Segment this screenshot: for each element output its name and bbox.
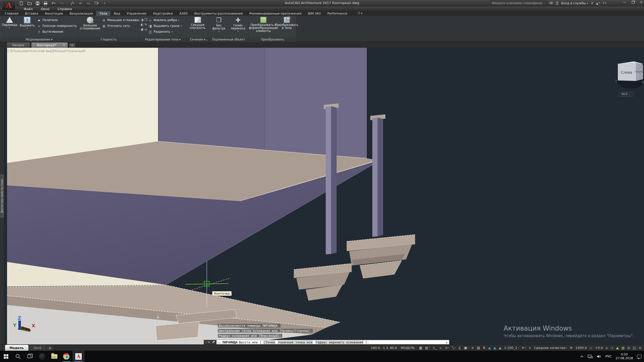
panel-title-section[interactable]: Сечение ▾ bbox=[187, 37, 208, 42]
exchange-icon[interactable]: X bbox=[591, 1, 593, 5]
file-tab-start[interactable]: Начало bbox=[7, 42, 30, 48]
snap-icon[interactable]: ▥▾ bbox=[424, 346, 430, 350]
selection-cycling-icon[interactable]: ⇅ bbox=[482, 346, 486, 350]
annotation-autoscale-icon[interactable]: ▲ bbox=[493, 346, 497, 350]
crease-none-icon[interactable]: ◑ bbox=[141, 18, 143, 22]
annotation-settings-icon[interactable]: ✳▾ bbox=[521, 346, 526, 350]
dialog-launcher-icon[interactable]: ↘ bbox=[206, 39, 208, 41]
add-scales-icon[interactable]: + bbox=[528, 346, 532, 350]
viewcube[interactable]: З В Слева Спереди bbox=[615, 61, 644, 89]
minimize-button[interactable]: — bbox=[623, 1, 626, 4]
command-option-1[interactable]: Конечная точка оси bbox=[277, 340, 313, 344]
command-close-icon[interactable]: ✕ bbox=[208, 341, 210, 344]
model-space-button[interactable]: МОДЕЛЬ bbox=[401, 346, 415, 350]
start-button[interactable] bbox=[0, 351, 12, 362]
restore-button[interactable] bbox=[632, 1, 634, 4]
app-menu-button[interactable]: A bbox=[2, 1, 16, 11]
file-tab-document[interactable]: Конторка2*✕ bbox=[31, 42, 68, 48]
command-input[interactable]: △▾ ПИРАМИДА Высота или [ 2Точки Конечная… bbox=[216, 340, 449, 344]
workspace-icon[interactable]: ⌂ bbox=[605, 346, 608, 350]
crease-full-icon[interactable]: ◉ bbox=[141, 27, 143, 31]
layout-tab-add[interactable]: + bbox=[47, 346, 53, 351]
command-option-2[interactable]: Радиус верхнего основания bbox=[315, 340, 364, 344]
viewport-controls-label[interactable]: [-][Пользовательский вид][Концептуальный… bbox=[8, 49, 85, 53]
menu-Справка[interactable]: Справка bbox=[53, 7, 76, 11]
extrude-faces-button[interactable]: ◨Выдавить грани▾ bbox=[148, 24, 182, 28]
signin-button[interactable]: Вход в службы ▾ bbox=[561, 1, 588, 5]
file-explorer-icon[interactable] bbox=[48, 351, 60, 362]
planar-surface-button[interactable]: ▱Плоская поверхность bbox=[37, 24, 77, 28]
ribbon-display-toggle-icon[interactable]: ❒ ▾ bbox=[357, 11, 362, 16]
command-line-dock[interactable]: ⁞ ✕ △▾ ПИРАМИДА Высота или [ 2Точки Коне… bbox=[204, 340, 449, 344]
isolate-objects-icon[interactable]: ◎ bbox=[627, 346, 630, 350]
network-icon[interactable] bbox=[588, 354, 593, 358]
command-option-0[interactable]: 2Точки bbox=[263, 340, 276, 344]
z-cube-icon[interactable]: ◇ bbox=[589, 346, 593, 350]
menu-Файл[interactable]: Файл bbox=[20, 7, 37, 11]
panel-title-modeling[interactable]: Моделирование ▾ bbox=[0, 37, 78, 42]
smooth-less-button[interactable]: ⊖Меньшее сглаживание bbox=[102, 18, 144, 22]
panel-title-convert[interactable]: Преобразовать bbox=[249, 37, 296, 42]
dynamic-input-icon[interactable]: +_ bbox=[432, 346, 437, 350]
command-pyramid-icon[interactable]: △▾ bbox=[218, 340, 221, 344]
a360-icon[interactable]: ◮▾ bbox=[596, 1, 600, 5]
refine-mesh-button[interactable]: ◍Уточнить сеть bbox=[102, 24, 144, 28]
isodraft-icon[interactable]: ╲▾ bbox=[452, 346, 456, 350]
ribbon-tab-BIM 360[interactable]: BIM 360 bbox=[305, 11, 324, 16]
ribbon-tab-Инструменты распознавания[interactable]: Инструменты распознавания bbox=[191, 11, 246, 16]
eraser-icon[interactable]: ▭ bbox=[144, 27, 147, 31]
action-center-icon[interactable] bbox=[637, 355, 641, 358]
ribbon-tab-Тела[interactable]: Тела bbox=[96, 11, 110, 16]
panel-title-solid-editing[interactable]: Редактирование тела ▾ bbox=[139, 37, 187, 42]
object-snap-tracking-icon[interactable]: ∠ bbox=[458, 346, 462, 350]
command-wrench-icon[interactable] bbox=[212, 340, 215, 344]
polysolid-button[interactable]: ▰Политело bbox=[37, 18, 77, 22]
solid-box-icon[interactable]: ❒ bbox=[144, 18, 147, 22]
user-icon[interactable] bbox=[556, 2, 559, 5]
wcs-button[interactable]: МСК ⌄ bbox=[618, 92, 634, 97]
menu-Окно[interactable]: Окно bbox=[37, 7, 54, 11]
pinned-app-icon[interactable] bbox=[36, 351, 48, 362]
pencil-edit-icon[interactable]: ✎ bbox=[144, 23, 147, 26]
ribbon-tab-Визуализация[interactable]: Визуализация bbox=[66, 11, 96, 16]
polar-tracking-icon[interactable]: ⊙▾ bbox=[445, 346, 450, 350]
ribbon-tab-Надстройки[interactable]: Надстройки bbox=[150, 11, 176, 16]
convert-to-solid-button[interactable]: Преобразовать в тела bbox=[278, 17, 296, 37]
smooth-more-button[interactable]: + Большее сглаживание bbox=[80, 17, 100, 37]
chrome-icon[interactable] bbox=[60, 351, 72, 362]
ortho-icon[interactable]: ∟ bbox=[439, 346, 443, 350]
extrude-button[interactable]: ↑ Выдавить▾ bbox=[19, 17, 35, 37]
section-plane-button[interactable]: Секущая плоскость bbox=[188, 17, 207, 37]
ribbon-tab-Аннотации[interactable]: Аннотации bbox=[42, 11, 66, 16]
ribbon-tab-Рекомендованные приложения[interactable]: Рекомендованные приложения bbox=[246, 11, 305, 16]
hatch-background-icon[interactable]: ▨ bbox=[621, 346, 625, 350]
pyramid-button[interactable]: Пирамида▾ bbox=[2, 17, 18, 37]
graphics-performance-icon[interactable]: ▲ bbox=[616, 346, 619, 350]
ribbon-tab-Управление[interactable]: Управление bbox=[124, 11, 150, 16]
help-icon[interactable]: ?▾ bbox=[603, 1, 606, 5]
layout-tab-work[interactable]: Work bbox=[29, 345, 46, 351]
ribbon-tab-Вставка[interactable]: Вставка bbox=[22, 11, 42, 16]
annotation-current-icon[interactable]: ▲ bbox=[498, 346, 502, 350]
panel-title-subobject[interactable]: Подчиненный объект bbox=[209, 37, 249, 42]
lineweight-icon[interactable]: ≡ bbox=[471, 346, 475, 350]
file-tab-close-icon[interactable]: ✕ bbox=[63, 42, 65, 48]
presspull-button[interactable]: ⇧Вытягивание bbox=[37, 29, 77, 34]
grid-icon[interactable]: ▦ bbox=[419, 346, 423, 350]
tray-chevron-icon[interactable] bbox=[580, 355, 584, 358]
task-view-icon[interactable] bbox=[24, 351, 36, 362]
ribbon-tab-Performance[interactable]: Performance bbox=[324, 11, 350, 16]
customization-icon[interactable]: ≡ bbox=[638, 346, 642, 350]
ribbon-tab-Главная[interactable]: Главная bbox=[2, 11, 22, 16]
new-tab-button[interactable]: + bbox=[69, 43, 75, 48]
autocad-taskbar-icon[interactable]: A bbox=[72, 351, 85, 362]
drawing-viewport[interactable]: Z Y X З В Слева Спереди [-][Пользователь… bbox=[0, 48, 644, 344]
command-grip-icon[interactable]: ⁞ bbox=[206, 341, 207, 344]
z-value[interactable]: +0.0 bbox=[594, 346, 603, 350]
language-indicator[interactable]: РУС bbox=[605, 354, 612, 358]
search-icon[interactable] bbox=[549, 2, 553, 5]
taskbar-search-icon[interactable] bbox=[12, 351, 24, 362]
extract-edges-button[interactable]: ◇Извлечь ребра▾ bbox=[148, 18, 182, 22]
no-filter-button[interactable]: ❒ Без фильтра▾ bbox=[210, 17, 228, 37]
convert-to-mass-button[interactable]: Преобразовать в формообразующие элементы bbox=[250, 17, 276, 37]
